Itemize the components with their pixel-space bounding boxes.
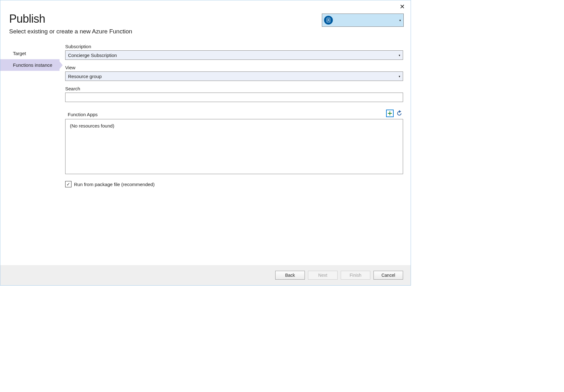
run-from-package-row: ✓ Run from package file (recommended) [65,181,403,187]
cancel-button[interactable]: Cancel [373,271,403,280]
back-button[interactable]: Back [275,271,305,280]
check-icon: ✓ [66,182,70,187]
dialog-header: Publish Select existing or create a new … [0,0,411,41]
wizard-sidebar: Target Functions instance [0,44,60,265]
account-picker[interactable]: ▾ [322,14,404,27]
view-value: Resource group [68,74,399,79]
run-from-package-checkbox[interactable]: ✓ [65,181,71,187]
refresh-icon [396,110,402,116]
subscription-label: Subscription [65,44,403,49]
next-button: Next [308,271,338,280]
add-function-app-button[interactable] [386,110,394,117]
search-input-wrapper [65,93,403,102]
function-apps-empty-text: (No resources found) [70,123,114,128]
function-apps-header: Function Apps [65,110,403,117]
chevron-down-icon: ▾ [399,19,401,22]
subscription-value: Concierge Subscription [68,53,399,58]
svg-point-1 [328,19,329,20]
plus-icon [387,111,393,116]
search-label: Search [65,86,403,91]
dialog-body: Target Functions instance Subscription C… [0,41,411,265]
chevron-down-icon: ▾ [399,54,400,57]
sidebar-item-label: Target [13,51,26,56]
account-badge-icon [324,16,333,25]
chevron-down-icon: ▾ [399,75,400,78]
function-apps-label: Function Apps [65,112,384,117]
refresh-button[interactable] [396,110,403,117]
subscription-select[interactable]: Concierge Subscription ▾ [65,50,403,60]
search-input[interactable] [68,95,400,100]
main-panel: Subscription Concierge Subscription ▾ Vi… [60,44,411,265]
finish-button: Finish [341,271,370,280]
subscription-field: Subscription Concierge Subscription ▾ [65,44,403,60]
sidebar-item-label: Functions instance [13,62,52,68]
view-field: View Resource group ▾ [65,65,403,81]
search-field: Search [65,86,403,102]
publish-dialog: ✕ Publish Select existing or create a ne… [0,0,411,286]
view-label: View [65,65,403,70]
sidebar-item-target[interactable]: Target [0,48,60,59]
function-apps-list[interactable]: (No resources found) [65,119,403,174]
sidebar-item-functions-instance[interactable]: Functions instance [0,59,60,71]
view-select[interactable]: Resource group ▾ [65,71,403,81]
dialog-subtitle: Select existing or create a new Azure Fu… [9,28,402,35]
run-from-package-label: Run from package file (recommended) [74,182,155,187]
dialog-footer: Back Next Finish Cancel [0,265,411,285]
